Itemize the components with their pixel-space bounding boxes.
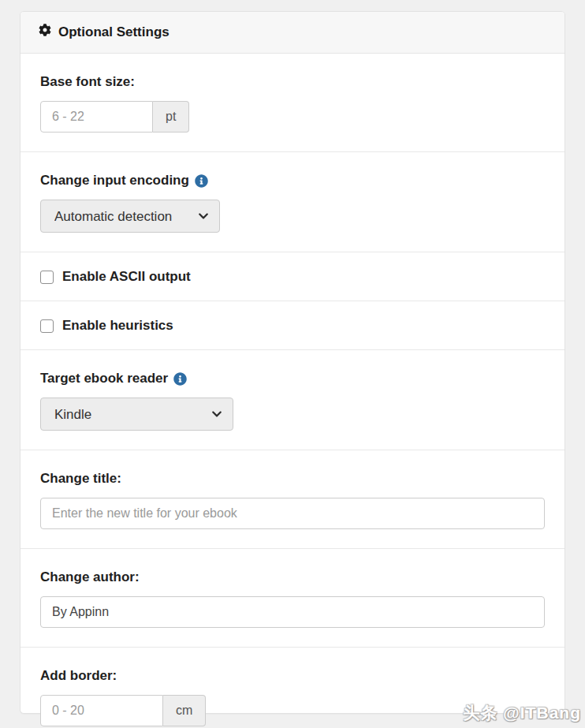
info-icon[interactable] — [195, 172, 208, 189]
heuristics-label: Enable heuristics — [62, 318, 173, 334]
change-author-label: Change author: — [40, 569, 545, 586]
change-author-input[interactable] — [40, 596, 545, 628]
ascii-output-checkbox[interactable] — [40, 271, 54, 284]
ebook-reader-label: Target ebook reader — [40, 370, 545, 387]
change-title-label: Change title: — [40, 470, 545, 487]
input-encoding-label: Change input encoding — [40, 172, 545, 189]
watermark: 头条 @ITBang — [464, 702, 581, 724]
add-border-label: Add border: — [40, 667, 545, 685]
ascii-output-option[interactable]: Enable ASCII output — [40, 269, 545, 285]
change-title-input[interactable] — [40, 498, 545, 529]
panel-title: Optional Settings — [58, 24, 170, 40]
add-border-input[interactable] — [40, 695, 163, 726]
info-icon[interactable] — [173, 370, 187, 387]
ebook-reader-select[interactable]: Kindle — [40, 398, 233, 431]
section-change-author: Change author: — [20, 549, 565, 648]
ascii-output-label: Enable ASCII output — [62, 269, 191, 285]
add-border-unit: cm — [163, 695, 206, 726]
base-font-size-input[interactable] — [40, 101, 153, 133]
input-encoding-label-text: Change input encoding — [40, 172, 189, 189]
heuristics-checkbox[interactable] — [40, 319, 54, 333]
section-ascii-output: Enable ASCII output — [20, 252, 565, 301]
gear-icon — [39, 24, 51, 40]
section-heuristics: Enable heuristics — [20, 301, 565, 350]
optional-settings-panel: Optional Settings Base font size: pt Cha… — [20, 11, 565, 714]
input-encoding-select[interactable]: Automatic detection — [40, 200, 220, 233]
section-ebook-reader: Target ebook reader Kindle — [20, 350, 565, 450]
section-change-title: Change title: — [20, 450, 565, 549]
ebook-reader-label-text: Target ebook reader — [40, 370, 168, 387]
section-base-font-size: Base font size: pt — [20, 54, 565, 152]
panel-header: Optional Settings — [20, 12, 565, 54]
section-input-encoding: Change input encoding Automatic detectio… — [20, 152, 565, 252]
base-font-size-label: Base font size: — [40, 73, 545, 91]
base-font-size-unit: pt — [153, 101, 189, 133]
heuristics-option[interactable]: Enable heuristics — [40, 318, 545, 334]
